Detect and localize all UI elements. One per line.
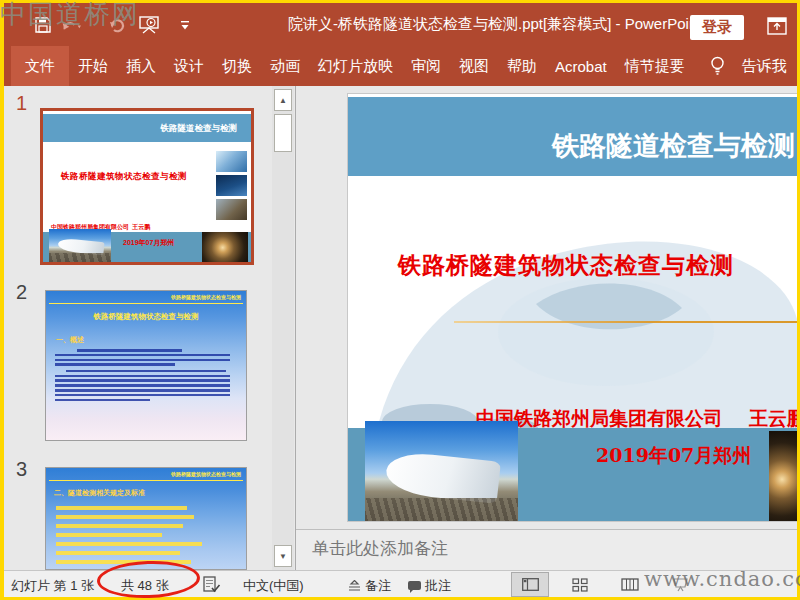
- slide-3-number: 3: [16, 458, 27, 481]
- tab-home[interactable]: 开始: [69, 46, 117, 86]
- thumb1-tunnel-photo: [202, 232, 248, 262]
- scroll-down-icon[interactable]: ▼: [274, 545, 292, 567]
- thumb3-list-lines: [56, 506, 238, 569]
- notes-pane[interactable]: 单击此处添加备注: [296, 529, 797, 570]
- tab-tell-me[interactable]: 告诉我: [733, 46, 796, 86]
- slide-tunnel-photo: [769, 431, 797, 522]
- thumb1-main-title: 铁路桥隧建筑物状态检查与检测: [61, 171, 187, 183]
- tab-transitions[interactable]: 切换: [213, 46, 261, 86]
- slide-date: 2019年07月郑州: [596, 443, 751, 469]
- tab-acrobat[interactable]: Acrobat: [546, 46, 616, 86]
- comments-toggle-label: 批注: [425, 578, 451, 593]
- thumb1-band-title: 铁路隧道检查与检测: [43, 114, 251, 142]
- tab-animations[interactable]: 动画: [261, 46, 309, 86]
- thumb2-rule: [49, 303, 243, 304]
- ribbon-tab-bar: 文件 开始 插入 设计 切换 动画 幻灯片放映 审阅 视图 帮助 Acrobat…: [3, 46, 797, 86]
- slide-band-title: 铁路隧道检查与检测: [552, 128, 795, 164]
- comment-bubble-icon: [408, 581, 421, 590]
- thumb3-rule: [49, 480, 243, 481]
- thumb1-image-2: [216, 175, 247, 196]
- slide-1-thumbnail[interactable]: 铁路隧道检查与检测 铁路桥隧建筑物状态检查与检测 中国铁路郑州局集团有限公司 王…: [40, 108, 254, 265]
- thumbnail-scrollbar[interactable]: ▲ ▼: [272, 86, 294, 570]
- scrollbar-thumb[interactable]: [274, 114, 292, 152]
- thumb3-section: 二、隧道检测相关规定及标准: [54, 488, 145, 498]
- start-slideshow-icon[interactable]: [139, 15, 159, 35]
- language-label[interactable]: 中文(中国): [243, 577, 304, 595]
- thumb2-section: 一、概述: [56, 335, 84, 345]
- slide-title-band: 铁路隧道检查与检测: [348, 97, 797, 176]
- tab-insert[interactable]: 插入: [117, 46, 165, 86]
- slide-position-label: 幻灯片 第 1 张: [11, 577, 94, 595]
- notes-toggle[interactable]: 备注: [348, 577, 391, 595]
- thumb2-paragraph-lines: [55, 349, 237, 403]
- watermark-top-left: 中国道桥网: [0, 0, 140, 32]
- ribbon-display-options-icon[interactable]: [767, 16, 787, 36]
- thumb1-date: 2019年07月郑州: [123, 238, 174, 248]
- tab-file[interactable]: 文件: [11, 46, 69, 86]
- slide-author: 王云鹏: [749, 408, 797, 429]
- thumb2-title: 铁路桥隧建筑物状态检查与检测: [46, 312, 246, 322]
- customize-toolbar-icon[interactable]: [175, 15, 195, 35]
- notes-placeholder[interactable]: 单击此处添加备注: [312, 537, 448, 560]
- scroll-up-icon[interactable]: ▲: [274, 89, 292, 111]
- slide-divider-line: [454, 321, 797, 323]
- tab-storyboard[interactable]: 情节提要: [616, 46, 694, 86]
- tab-design[interactable]: 设计: [165, 46, 213, 86]
- slide-1-number: 1: [16, 92, 27, 115]
- slide-thumbnail-panel: 1 铁路隧道检查与检测 铁路桥隧建筑物状态检查与检测 中国铁路郑州局集团有限公司…: [3, 86, 272, 570]
- tab-review[interactable]: 审阅: [402, 46, 450, 86]
- powerpoint-window: 院讲义-桥铁路隧道状态检查与检测.ppt[兼容模式] - PowerPoint …: [0, 0, 800, 600]
- slide-train-photo: [365, 421, 518, 522]
- lightbulb-icon: [694, 46, 733, 86]
- tab-view[interactable]: 视图: [450, 46, 498, 86]
- panel-divider[interactable]: [295, 86, 296, 570]
- thumb2-header: 铁路桥隧建筑物状态检查与检测: [171, 294, 241, 300]
- thumb1-train-photo: [49, 229, 111, 262]
- ghost-train-watermark: [348, 182, 797, 434]
- slide-main-title: 铁路桥隧建筑物状态检查与检测: [398, 250, 734, 281]
- watermark-bottom-right: www.cndao.com: [644, 567, 800, 591]
- thumb1-image-1: [216, 151, 247, 172]
- tab-slideshow[interactable]: 幻灯片放映: [309, 46, 402, 86]
- slide-canvas[interactable]: 铁路隧道检查与检测 铁路桥隧建筑物状态检查与检测 中国铁路郑州局集团有限公司王云…: [347, 93, 797, 522]
- slide-2-number: 2: [16, 281, 27, 304]
- slide-sorter-view-button[interactable]: [561, 572, 599, 597]
- spellcheck-icon[interactable]: [203, 576, 221, 596]
- window-title: 院讲义-桥铁路隧道状态检查与检测.ppt[兼容模式] - PowerPoint: [288, 15, 701, 34]
- slide-2-thumbnail[interactable]: 铁路桥隧建筑物状态检查与检测 铁路桥隧建筑物状态检查与检测 一、概述: [45, 290, 247, 441]
- login-button[interactable]: 登录: [690, 15, 744, 40]
- thumb3-header: 铁路桥隧建筑物状态检查与检测: [171, 471, 241, 477]
- thumb1-image-3: [216, 199, 247, 220]
- slide-3-thumbnail[interactable]: 铁路桥隧建筑物状态检查与检测 二、隧道检测相关规定及标准: [45, 467, 247, 570]
- notes-toggle-label: 备注: [365, 578, 391, 593]
- normal-view-button[interactable]: [511, 572, 549, 597]
- comments-toggle[interactable]: 批注: [408, 577, 451, 595]
- tab-help[interactable]: 帮助: [498, 46, 546, 86]
